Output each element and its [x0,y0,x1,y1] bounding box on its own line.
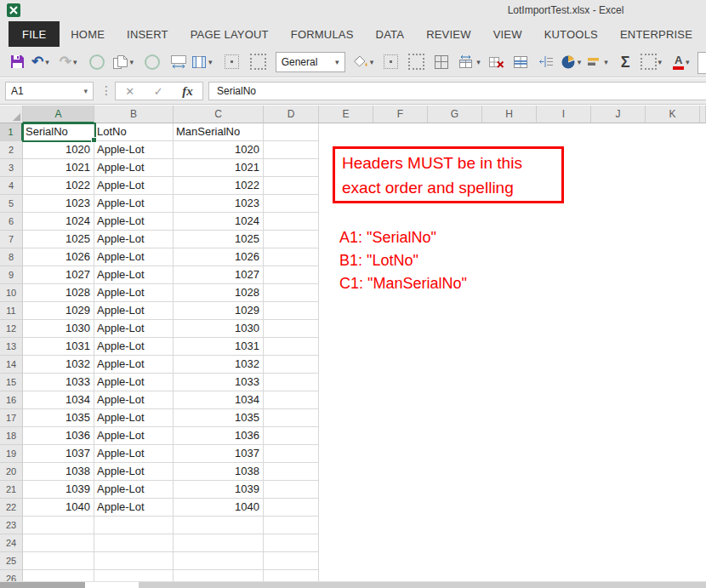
cell-C5[interactable]: 1023 [174,195,264,213]
cell-C24[interactable] [174,534,264,552]
cell-B3[interactable]: Apple-Lot [94,159,174,177]
cell-C10[interactable]: 1028 [174,284,264,302]
border-dotted-icon-2[interactable] [408,52,424,72]
column-header-c[interactable]: C [174,106,264,123]
cell-C14[interactable]: 1032 [174,356,264,374]
row-header-16[interactable]: 16 [0,391,23,409]
ribbon-tab-view[interactable]: VIEW [482,21,533,47]
cell-D1[interactable] [264,123,319,141]
cell-A21[interactable]: 1039 [23,481,94,499]
cell-A13[interactable]: 1031 [23,338,94,356]
cell-A10[interactable]: 1028 [23,284,94,302]
enter-icon[interactable]: ✓ [154,85,163,98]
cell-A20[interactable]: 1038 [23,463,94,481]
fit-width-icon[interactable] [170,52,187,72]
cell-A9[interactable]: 1027 [23,266,94,284]
cell-B22[interactable]: Apple-Lot [94,499,174,517]
cell-D25[interactable] [264,552,319,570]
cell-A15[interactable]: 1033 [23,374,94,391]
row-header-4[interactable]: 4 [0,177,23,195]
cell-C25[interactable] [174,552,264,570]
cell-D11[interactable] [264,302,319,320]
cell-C6[interactable]: 1024 [174,213,264,231]
select-all-corner[interactable] [0,106,23,123]
cell-C13[interactable]: 1031 [174,338,264,356]
decrease-indent-icon[interactable] [538,52,554,72]
save-icon[interactable] [10,52,25,72]
column-header-k[interactable]: K [646,106,700,123]
name-box[interactable]: A1 ▾ [5,82,94,100]
column-header-b[interactable]: B [94,106,174,123]
toolbar-overflow-partial-icon[interactable] [697,52,706,74]
cell-A6[interactable]: 1024 [23,213,94,231]
cell-A17[interactable]: 1035 [23,409,94,427]
row-header-25[interactable]: 25 [0,552,23,570]
active-sheet-tab-segment[interactable] [85,582,139,588]
cell-D20[interactable] [264,463,319,481]
cell-D21[interactable] [264,481,319,499]
cell-D10[interactable] [264,284,319,302]
cell-B21[interactable]: Apple-Lot [94,481,174,499]
cell-C18[interactable]: 1036 [174,427,264,445]
cell-D13[interactable] [264,338,319,356]
cell-B15[interactable]: Apple-Lot [94,374,174,391]
bar-chart-dropdown-icon[interactable]: ▾ [604,58,608,66]
cell-B9[interactable]: Apple-Lot [94,266,174,284]
row-header-19[interactable]: 19 [0,445,23,463]
cell-D3[interactable] [264,159,319,177]
row-header-21[interactable]: 21 [0,481,23,499]
row-header-2[interactable]: 2 [0,141,23,159]
row-header-22[interactable]: 22 [0,499,23,517]
row-header-5[interactable]: 5 [0,195,23,213]
cell-A11[interactable]: 1029 [23,302,94,320]
column-header-j[interactable]: J [591,106,646,123]
cell-B4[interactable]: Apple-Lot [94,177,174,195]
row-header-20[interactable]: 20 [0,463,23,481]
cell-D6[interactable] [264,213,319,231]
cell-C23[interactable] [174,517,264,534]
row-header-15[interactable]: 15 [0,374,23,391]
cell-D16[interactable] [264,391,319,409]
cell-A2[interactable]: 1020 [23,141,94,159]
autosum-icon[interactable]: Σ [621,52,630,72]
font-color-icon[interactable]: A [673,52,684,72]
cell-A3[interactable]: 1021 [23,159,94,177]
ribbon-tab-enterprise[interactable]: ENTERPRISE [609,21,703,47]
cell-B10[interactable]: Apple-Lot [94,284,174,302]
cell-A24[interactable] [23,534,94,552]
undo-icon[interactable]: ↶ [31,52,43,72]
formula-input[interactable]: SerialNo [208,82,706,100]
cell-D23[interactable] [264,517,319,534]
cell-B6[interactable]: Apple-Lot [94,213,174,231]
cell-A12[interactable]: 1030 [23,320,94,338]
redo-icon[interactable]: ↷ [60,52,71,72]
cell-D19[interactable] [264,445,319,463]
insert-function-icon[interactable]: fx [182,84,193,99]
ribbon-tab-formulas[interactable]: FORMULAS [280,21,365,47]
column-header-d[interactable]: D [264,106,319,123]
cell-D15[interactable] [264,374,319,391]
ribbon-tab-page-layout[interactable]: PAGE LAYOUT [179,21,280,47]
borders-grid-dropdown-icon[interactable]: ▾ [658,58,663,66]
cell-C19[interactable]: 1037 [174,445,264,463]
cell-C1[interactable]: ManSerialNo [174,123,264,141]
redo-dropdown-icon[interactable]: ▾ [73,58,77,66]
cell-B13[interactable]: Apple-Lot [94,338,174,356]
row-header-3[interactable]: 3 [0,159,23,177]
ribbon-tab-review[interactable]: REVIEW [415,21,481,47]
cell-A25[interactable] [23,552,94,570]
cell-C17[interactable]: 1035 [174,409,264,427]
pie-chart-icon[interactable] [561,52,576,72]
cell-D5[interactable] [264,195,319,213]
cell-B11[interactable]: Apple-Lot [94,302,174,320]
grid-2x2-icon[interactable] [435,52,448,72]
cell-D8[interactable] [264,248,319,266]
border-center-dot-icon-2[interactable] [384,52,398,72]
cancel-icon[interactable]: ✕ [125,85,134,98]
column-header-f[interactable]: F [373,106,428,123]
cell-B8[interactable]: Apple-Lot [94,248,174,266]
cell-B5[interactable]: Apple-Lot [94,195,174,213]
cell-B20[interactable]: Apple-Lot [94,463,174,481]
row-header-7[interactable]: 7 [0,231,23,248]
column-borders-dropdown-icon[interactable]: ▾ [208,58,213,66]
